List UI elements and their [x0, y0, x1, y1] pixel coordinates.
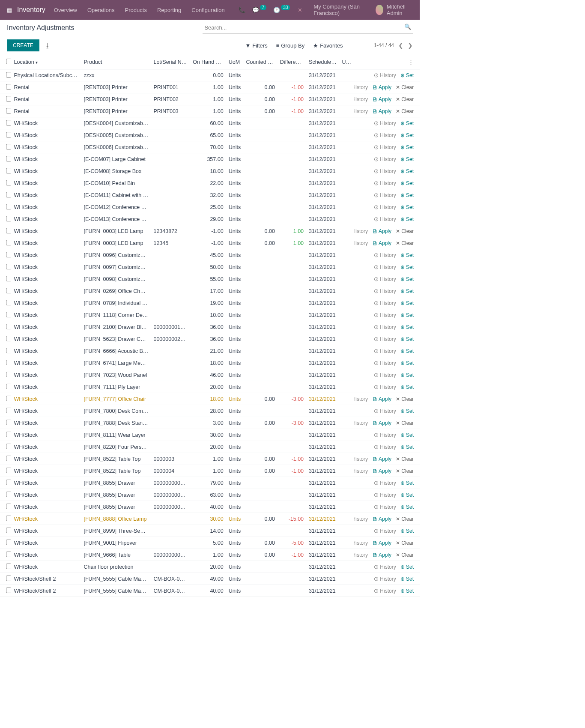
user-cell[interactable]: [340, 405, 355, 417]
history-button[interactable]: History: [354, 96, 368, 102]
table-row[interactable]: Rental[RENT003] PrinterPRINT0021.00Units…: [0, 93, 420, 105]
lot-cell[interactable]: [151, 117, 190, 129]
date-cell[interactable]: 31/12/2021: [306, 189, 339, 201]
row-checkbox[interactable]: [6, 492, 11, 497]
lot-cell[interactable]: [151, 141, 190, 153]
apply-button[interactable]: Apply: [372, 240, 391, 246]
uom-cell[interactable]: Units: [226, 489, 244, 501]
clear-button[interactable]: ✕ Clear: [396, 96, 414, 102]
location-cell[interactable]: WH/Stock: [11, 177, 81, 189]
set-button[interactable]: ⊕ Set: [400, 408, 414, 414]
history-button[interactable]: History: [354, 468, 368, 474]
uom-cell[interactable]: Units: [226, 141, 244, 153]
location-cell[interactable]: WH/Stock: [11, 453, 81, 465]
location-cell[interactable]: WH/Stock: [11, 381, 81, 393]
date-cell[interactable]: 31/12/2021: [306, 225, 339, 237]
lot-cell[interactable]: 0000000000031: [151, 501, 190, 513]
counted-cell[interactable]: [243, 285, 277, 297]
clear-button[interactable]: ✕ Clear: [396, 540, 414, 546]
lot-cell[interactable]: [151, 513, 190, 525]
search-input[interactable]: [203, 22, 413, 34]
col-lot[interactable]: Lot/Serial Number: [151, 55, 190, 69]
history-button[interactable]: History: [373, 504, 396, 510]
history-button[interactable]: History: [373, 324, 396, 330]
clear-button[interactable]: ✕ Clear: [396, 456, 414, 462]
user-cell[interactable]: [340, 117, 355, 129]
location-cell[interactable]: WH/Stock: [11, 285, 81, 297]
qty-cell[interactable]: 50.00: [190, 261, 226, 273]
history-button[interactable]: History: [373, 384, 396, 390]
history-button[interactable]: History: [373, 120, 396, 126]
user-cell[interactable]: [340, 369, 355, 381]
lot-cell[interactable]: PRINT001: [151, 81, 190, 93]
row-checkbox[interactable]: [6, 444, 11, 449]
table-row[interactable]: WH/Stock[FURN_0098] Customizable Desk (A…: [0, 273, 420, 285]
lot-cell[interactable]: 12345: [151, 237, 190, 249]
lot-cell[interactable]: [151, 69, 190, 81]
date-cell[interactable]: 31/12/2021: [306, 141, 339, 153]
lot-cell[interactable]: [151, 441, 190, 453]
counted-cell[interactable]: [243, 201, 277, 213]
row-checkbox[interactable]: [6, 468, 11, 473]
counted-cell[interactable]: [243, 441, 277, 453]
row-checkbox[interactable]: [6, 516, 11, 521]
lot-cell[interactable]: PRINT002: [151, 93, 190, 105]
user-cell[interactable]: [340, 465, 355, 477]
qty-cell[interactable]: 19.00: [190, 297, 226, 309]
lot-cell[interactable]: 0000000010001: [151, 321, 190, 333]
lot-cell[interactable]: 0000000020045: [151, 333, 190, 345]
filters-button[interactable]: ▼ Filters: [245, 42, 267, 49]
table-row[interactable]: WH/Stock[FURN_9666] Table00000000000031.…: [0, 549, 420, 561]
row-checkbox[interactable]: [6, 456, 11, 461]
location-cell[interactable]: WH/Stock: [11, 465, 81, 477]
favorites-button[interactable]: ★ Favorites: [313, 42, 343, 49]
location-cell[interactable]: WH/Stock: [11, 273, 81, 285]
lot-cell[interactable]: CM-BOX-00002: [151, 585, 190, 597]
table-row[interactable]: WH/Stock[FURN_0097] Customizable Desk (S…: [0, 261, 420, 273]
table-row[interactable]: Rental[RENT003] PrinterPRINT0011.00Units…: [0, 81, 420, 93]
qty-cell[interactable]: 49.00: [190, 573, 226, 585]
user-cell[interactable]: [340, 165, 355, 177]
close-icon[interactable]: ✕: [298, 7, 302, 13]
set-button[interactable]: ⊕ Set: [400, 132, 414, 138]
user-cell[interactable]: [340, 525, 355, 537]
user-cell[interactable]: [340, 381, 355, 393]
product-cell[interactable]: [E-COM11] Cabinet with Doors: [81, 189, 151, 201]
location-cell[interactable]: WH/Stock: [11, 369, 81, 381]
date-cell[interactable]: 31/12/2021: [306, 549, 339, 561]
uom-cell[interactable]: Units: [226, 525, 244, 537]
qty-cell[interactable]: 20.00: [190, 561, 226, 573]
col-on-hand[interactable]: On Hand Quanti…: [190, 55, 226, 69]
row-checkbox[interactable]: [6, 216, 11, 221]
counted-cell[interactable]: [243, 249, 277, 261]
counted-cell[interactable]: [243, 429, 277, 441]
table-row[interactable]: Rental[RENT003] PrinterPRINT0031.00Units…: [0, 105, 420, 117]
apply-button[interactable]: Apply: [372, 84, 391, 90]
counted-cell[interactable]: [243, 573, 277, 585]
table-row[interactable]: WH/Stock[FURN_5623] Drawer Case Black000…: [0, 333, 420, 345]
date-cell[interactable]: 31/12/2021: [306, 201, 339, 213]
uom-cell[interactable]: Units: [226, 441, 244, 453]
history-button[interactable]: History: [373, 180, 396, 186]
product-cell[interactable]: [FURN_7888] Desk Stand with Screen: [81, 417, 151, 429]
row-checkbox[interactable]: [6, 276, 11, 281]
lot-cell[interactable]: [151, 213, 190, 225]
col-product[interactable]: Product: [81, 55, 151, 69]
table-row[interactable]: WH/Stock[FURN_0269] Office Chair Black17…: [0, 285, 420, 297]
uom-cell[interactable]: Units: [226, 237, 244, 249]
counted-cell[interactable]: [243, 333, 277, 345]
location-cell[interactable]: WH/Stock: [11, 225, 81, 237]
location-cell[interactable]: WH/Stock: [11, 393, 81, 405]
date-cell[interactable]: 31/12/2021: [306, 261, 339, 273]
history-button[interactable]: History: [354, 84, 368, 90]
qty-cell[interactable]: 20.00: [190, 381, 226, 393]
table-row[interactable]: WH/Stock[FURN_0003] LED Lamp12345-1.00Un…: [0, 237, 420, 249]
history-button[interactable]: History: [373, 288, 396, 294]
table-row[interactable]: Physical Locations/Subcontracting …zzxx0…: [0, 69, 420, 81]
product-cell[interactable]: [E-COM13] Conference Chair (Alumi…: [81, 213, 151, 225]
row-checkbox[interactable]: [6, 144, 11, 149]
date-cell[interactable]: 31/12/2021: [306, 357, 339, 369]
history-button[interactable]: History: [373, 168, 396, 174]
row-checkbox[interactable]: [6, 576, 11, 581]
clear-button[interactable]: ✕ Clear: [396, 84, 414, 90]
